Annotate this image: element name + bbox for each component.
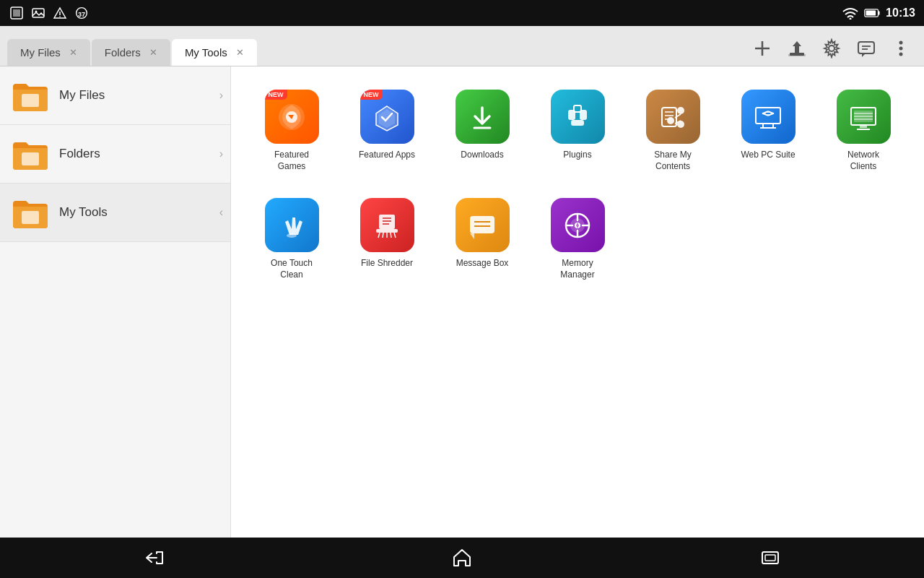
grid-item-file-shredder[interactable]: File Shredder (341, 192, 433, 286)
grid-item-web-pc-suite[interactable]: Web PC Suite (722, 84, 814, 178)
memory-manager-label: MemoryManager (560, 258, 594, 280)
sidebar-item-my-tools[interactable]: My Tools ‹ (0, 184, 230, 242)
share-icon (655, 99, 691, 135)
sidebar-my-tools-label: My Tools (59, 205, 108, 220)
sidebar: My Files › Folders › My Tools ‹ (0, 66, 231, 538)
svg-rect-57 (376, 229, 398, 233)
settings-button[interactable] (820, 37, 843, 60)
add-button[interactable] (751, 37, 774, 60)
svg-point-38 (677, 107, 684, 114)
tab-my-tools[interactable]: My Tools ✕ (172, 39, 257, 66)
apps-grid: NEW FeaturedGames NEW (245, 84, 910, 286)
grid-item-downloads[interactable]: Downloads (436, 84, 528, 178)
downloads-label: Downloads (461, 150, 503, 161)
network-icon (845, 99, 881, 135)
memory-icon-wrapper (551, 198, 605, 252)
chat-button[interactable] (855, 37, 878, 60)
svg-rect-2 (32, 9, 44, 17)
grid-item-featured-apps[interactable]: NEW Featured Apps (341, 84, 433, 178)
toolbar (751, 37, 924, 66)
share-contents-label: Share MyContents (654, 150, 691, 172)
featured-apps-label: Featured Apps (359, 150, 415, 161)
tab-folders[interactable]: Folders ✕ (92, 39, 170, 66)
tab-my-tools-close[interactable]: ✕ (236, 47, 244, 58)
grid-item-plugins[interactable]: Plugins (531, 84, 624, 178)
webpc-icon (750, 99, 786, 135)
alert-icon (52, 5, 68, 21)
featured-apps-icon (369, 99, 405, 135)
image-icon (30, 5, 46, 21)
featured-games-icon-wrapper: NEW (265, 90, 319, 144)
grid-item-message-box[interactable]: Message Box (436, 192, 528, 286)
back-button[interactable] (132, 543, 175, 572)
tab-my-files[interactable]: My Files ✕ (7, 39, 90, 66)
sidebar-item-my-files[interactable]: My Files › (0, 66, 230, 125)
tab-bar: My Files ✕ Folders ✕ My Tools ✕ (0, 26, 924, 66)
more-button[interactable] (889, 37, 912, 60)
downloads-icon-wrapper (456, 90, 510, 144)
sidebar-item-folders[interactable]: Folders › (0, 125, 230, 184)
tab-my-tools-label: My Tools (185, 46, 227, 59)
downloads-icon (464, 99, 500, 135)
tab-folders-label: Folders (105, 46, 141, 59)
svg-point-22 (899, 47, 903, 51)
featured-games-new-badge: NEW (265, 90, 287, 100)
svg-rect-16 (788, 54, 806, 56)
svg-line-62 (394, 233, 396, 238)
onetouch-icon-wrapper (265, 198, 319, 252)
svg-rect-11 (879, 11, 880, 14)
back-icon (142, 548, 165, 568)
battery-icon (864, 5, 880, 21)
tab-folders-close[interactable]: ✕ (149, 47, 157, 58)
sidebar-my-files-arrow: › (219, 89, 223, 102)
clock: 10:13 (886, 7, 915, 20)
content-area: NEW FeaturedGames NEW (231, 66, 924, 538)
screenshot-icon (9, 5, 25, 21)
svg-point-39 (677, 121, 684, 128)
battery-charge-icon: 37 (74, 5, 90, 21)
svg-point-40 (667, 117, 674, 124)
tab-my-files-label: My Files (20, 46, 61, 59)
upload-button[interactable] (785, 37, 808, 60)
svg-rect-70 (765, 555, 775, 561)
featured-apps-new-badge: NEW (360, 90, 383, 100)
grid-item-memory-manager[interactable]: MemoryManager (531, 192, 624, 286)
svg-rect-25 (22, 152, 39, 165)
sidebar-folders-arrow: › (219, 147, 223, 160)
svg-point-17 (829, 46, 834, 51)
svg-point-5 (59, 16, 61, 17)
messagebox-icon (464, 207, 500, 243)
svg-rect-10 (866, 11, 876, 16)
grid-item-network-clients[interactable]: NetworkClients (817, 84, 910, 178)
svg-rect-18 (858, 42, 874, 53)
messagebox-icon-wrapper (456, 198, 510, 252)
tab-my-files-close[interactable]: ✕ (69, 47, 77, 58)
sidebar-my-tools-arrow: ‹ (219, 206, 223, 219)
svg-line-59 (383, 233, 383, 238)
fileshredder-icon (369, 207, 405, 243)
grid-item-share-contents[interactable]: Share MyContents (627, 84, 719, 178)
my-files-folder-icon (12, 79, 49, 111)
svg-rect-53 (379, 215, 395, 229)
fileshredder-icon-wrapper (360, 198, 414, 252)
svg-rect-50 (860, 125, 867, 128)
svg-line-61 (391, 233, 391, 238)
grid-item-featured-games[interactable]: NEW FeaturedGames (245, 84, 338, 178)
home-icon (451, 547, 473, 569)
sidebar-my-files-label: My Files (59, 88, 105, 103)
grid-item-one-touch-clean[interactable]: One TouchClean (245, 192, 338, 286)
svg-point-52 (287, 233, 297, 238)
network-icon-wrapper (837, 90, 891, 144)
home-button[interactable] (440, 543, 484, 572)
my-tools-folder-icon (12, 197, 49, 228)
recent-apps-icon (759, 548, 781, 568)
svg-line-58 (378, 233, 380, 238)
sidebar-folders-label: Folders (59, 147, 100, 161)
svg-text:37: 37 (78, 11, 85, 18)
plugins-icon (559, 99, 596, 135)
share-icon-wrapper (646, 90, 700, 144)
web-pc-suite-label: Web PC Suite (741, 150, 795, 161)
plugins-icon-wrapper (551, 90, 605, 144)
bottom-nav-bar (0, 538, 924, 578)
recent-apps-button[interactable] (749, 543, 792, 572)
